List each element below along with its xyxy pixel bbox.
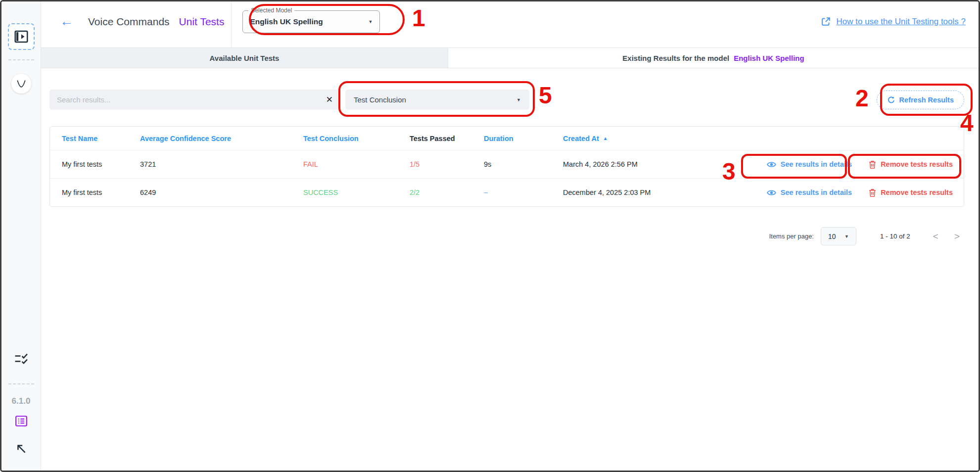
results-table: Test Name Average Confidence Score Test …: [49, 126, 964, 207]
cell-average-confidence-score: 6249: [140, 189, 303, 196]
cell-test-name: My first tests: [50, 160, 140, 168]
chevron-down-icon: ▼: [516, 97, 521, 102]
remove-results-button[interactable]: Remove tests results: [869, 189, 953, 197]
page-range-label: 1 - 10 of 2: [880, 233, 910, 240]
page-size-value: 10: [828, 233, 836, 240]
header-test-conclusion[interactable]: Test Conclusion: [303, 135, 410, 142]
tab-existing-results[interactable]: Existing Results for the model English U…: [448, 48, 979, 68]
tab-bar: Available Unit Tests Existing Results fo…: [41, 47, 979, 68]
sidebar-divider: [8, 383, 34, 384]
next-page-icon[interactable]: >: [954, 232, 960, 241]
header-test-name[interactable]: Test Name: [50, 135, 140, 142]
cell-tests-passed: 1/5: [410, 160, 484, 168]
cell-duration: 9s: [484, 160, 563, 168]
help-link[interactable]: How to use the Unit Testing tools ?: [821, 16, 966, 27]
cell-created-at: March 4, 2026 2:56 PM: [563, 160, 731, 168]
release-notes-button[interactable]: [15, 415, 28, 427]
selected-model-value: English UK Spelling: [250, 17, 368, 26]
pagination: Items per page: 10 ▼ 1 - 10 of 2 < >: [41, 227, 960, 245]
eye-icon: [767, 161, 776, 168]
cell-average-confidence-score: 3721: [140, 160, 303, 168]
chevron-down-icon: ▼: [844, 234, 849, 239]
see-results-button[interactable]: See results in details: [767, 160, 852, 168]
clear-search-icon[interactable]: ✕: [326, 95, 333, 104]
trash-icon: [869, 189, 876, 197]
refresh-results-button[interactable]: Refresh Results: [877, 91, 964, 109]
refresh-results-label: Refresh Results: [899, 96, 954, 104]
header-created-at[interactable]: Created At ▲: [563, 135, 731, 142]
sidebar-divider: [8, 59, 34, 60]
tab-available-label: Available Unit Tests: [210, 54, 280, 62]
results-panel: ✕ Test Conclusion ▼ Refresh Results: [41, 68, 979, 471]
unit-tests-nav-button[interactable]: [14, 353, 29, 366]
see-results-button[interactable]: See results in details: [767, 189, 852, 196]
search-box: ✕: [49, 90, 340, 110]
help-link-text: How to use the Unit Testing tools ?: [837, 17, 966, 27]
left-sidebar: 6.1.0: [1, 1, 41, 471]
sidebar-toggle-button[interactable]: [8, 23, 35, 50]
external-link-icon: [821, 16, 831, 27]
page-title: Voice Commands: [88, 16, 170, 28]
eye-icon: [767, 189, 776, 196]
cell-tests-passed: 2/2: [410, 189, 484, 196]
trash-icon: [869, 160, 876, 169]
selected-model-select[interactable]: Selected Model English UK Spelling ▼: [242, 10, 380, 33]
test-conclusion-select-label: Test Conclusion: [354, 95, 516, 104]
header-duration[interactable]: Duration: [484, 135, 563, 142]
cell-duration: –: [484, 189, 563, 196]
panel-expand-icon: [14, 30, 28, 43]
header-divider: [231, 1, 232, 47]
cell-test-name: My first tests: [50, 189, 140, 196]
page-size-select[interactable]: 10 ▼: [821, 227, 856, 245]
cell-actions: See results in details: [731, 160, 964, 169]
checklist-icon: [14, 353, 29, 366]
remove-results-button[interactable]: Remove tests results: [869, 160, 953, 169]
page-subtitle: Unit Tests: [179, 16, 225, 28]
back-arrow-icon[interactable]: ←: [60, 15, 73, 28]
tab-existing-model-name: English UK Spelling: [734, 54, 804, 62]
header-tests-passed: Tests Passed: [410, 135, 484, 142]
header-average-confidence-score[interactable]: Average Confidence Score: [140, 135, 303, 142]
cell-actions: See results in details: [731, 189, 964, 197]
vivoka-logo-icon: [16, 79, 27, 89]
previous-page-icon[interactable]: <: [933, 232, 938, 241]
table-header-row: Test Name Average Confidence Score Test …: [50, 127, 964, 150]
cell-test-conclusion: SUCCESS: [303, 189, 410, 196]
table-row: My first tests 3721 FAIL 1/5 9s March 4,…: [50, 150, 964, 178]
cell-test-conclusion: FAIL: [303, 160, 410, 168]
chevron-down-icon: ▼: [368, 19, 373, 24]
items-per-page-label: Items per page:: [769, 233, 814, 240]
selected-model-label: Selected Model: [248, 7, 294, 14]
cell-created-at: December 4, 2025 2:03 PM: [563, 189, 731, 196]
top-bar: ← Voice Commands Unit Tests Selected Mod…: [41, 1, 979, 47]
release-notes-icon: [15, 415, 28, 427]
tab-existing-label: Existing Results for the model: [622, 54, 729, 62]
search-input[interactable]: [57, 95, 326, 104]
main-area: ← Voice Commands Unit Tests Selected Mod…: [41, 1, 979, 471]
collapse-button[interactable]: [15, 443, 27, 455]
sort-ascending-icon: ▲: [603, 136, 608, 141]
arrow-northwest-icon: [15, 443, 27, 455]
refresh-icon: [887, 96, 895, 104]
app-window: 6.1.0 ← Voice Com: [0, 0, 980, 472]
test-conclusion-select[interactable]: Test Conclusion ▼: [345, 90, 529, 110]
tab-available-unit-tests[interactable]: Available Unit Tests: [41, 48, 448, 68]
filter-row: ✕ Test Conclusion ▼ Refresh Results: [49, 90, 964, 110]
version-label: 6.1.0: [12, 396, 31, 406]
vivoka-logo-button[interactable]: [11, 74, 31, 94]
table-row: My first tests 6249 SUCCESS 2/2 – Decemb…: [50, 178, 964, 206]
